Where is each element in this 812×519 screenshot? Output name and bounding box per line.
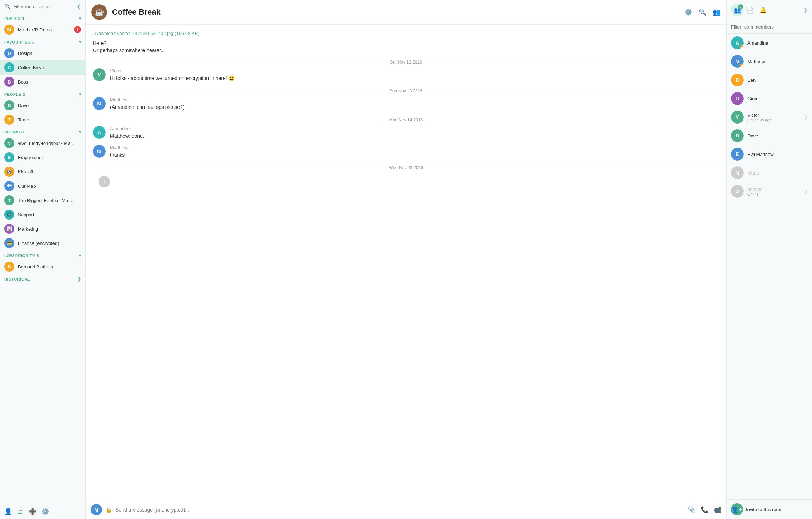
room-item-support[interactable]: 🎧 Support (0, 207, 85, 222)
room-avatar: V (4, 138, 14, 148)
section-header-rooms[interactable]: ROOMS8▾ (0, 127, 85, 136)
message-text: Here? (93, 40, 106, 46)
members-tab[interactable]: 👥 9 (731, 4, 744, 16)
section-label: ROOMS (4, 130, 20, 134)
notifications-tab-icon: 🔔 (760, 7, 767, 14)
right-tabs: 👥 9 📄 🔔 (731, 4, 801, 16)
room-item-marketing[interactable]: 📊 Marketing (0, 222, 85, 236)
member-item-giom[interactable]: G Giom (727, 89, 812, 108)
settings-icon[interactable]: ⚙️ (684, 8, 692, 16)
chevron-icon: ▾ (79, 40, 81, 45)
room-item-coffee-break[interactable]: C Coffee Break (0, 60, 85, 75)
people-icon[interactable]: 👤 (4, 508, 12, 515)
folder-icon[interactable]: 🗂 (17, 508, 24, 515)
member-name: Amandine (747, 40, 808, 46)
message-group: V Victor Hi folks - about time we turned… (93, 68, 719, 82)
member-item-amandine[interactable]: A ★ Amandine (727, 34, 812, 52)
settings-icon[interactable]: ⚙️ (41, 508, 49, 515)
input-icons: 📎 📞 📹 (688, 506, 721, 514)
right-sidebar-collapse-button[interactable]: ❯ (803, 7, 808, 13)
msg-sender: Amandine (110, 126, 719, 131)
member-name: Ben (747, 77, 808, 83)
member-item-dave[interactable]: D Dave (727, 126, 812, 145)
room-item-vrvc[interactable]: V vrvc_ruddy-longspur - Ma... (0, 136, 85, 150)
section-header-low-priority[interactable]: LOW PRIORITY3▾ (0, 250, 85, 260)
room-avatar: D (4, 100, 14, 110)
room-name: Ben and 2 others (18, 264, 53, 269)
member-avatar: E (731, 148, 744, 161)
attachment-icon[interactable]: 📎 (688, 506, 696, 514)
room-item-finance[interactable]: 💳 Finance (encrypted) (0, 236, 85, 250)
download-link[interactable]: ↓Download vector_1474280631432.jpg (165.… (93, 31, 200, 36)
room-avatar: D (4, 48, 14, 58)
chevron-icon: ▾ (79, 130, 81, 135)
phone-icon[interactable]: 📞 (701, 506, 708, 514)
room-avatar: 🎧 (4, 210, 14, 220)
msg-avatar: V (93, 68, 106, 81)
chat-input-area: M 🔒 📎 📞 📹 (86, 500, 726, 519)
notifications-tab[interactable]: 🔔 (757, 4, 770, 16)
member-item-matthew[interactable]: M ★ Matthew (727, 52, 812, 71)
room-item-empty-room[interactable]: E Empty room (0, 150, 85, 165)
chevron-icon: ▾ (79, 253, 81, 258)
message-group: A Amandine Matthew: done. (93, 126, 719, 140)
search-icon[interactable]: 🔍 (698, 8, 706, 16)
section-header-invites[interactable]: INVITES1▾ (0, 13, 85, 22)
room-item-ben-others[interactable]: B Ben and 2 others (0, 260, 85, 274)
member-name: Dave (747, 133, 808, 138)
room-item-dave[interactable]: D Dave (0, 98, 85, 112)
msg-content: Victor Hi folks - about time we turned o… (110, 68, 719, 82)
room-item-our-map[interactable]: 🗺 Our Map (0, 179, 85, 193)
room-item-kick-off[interactable]: ⚽ Kick-off (0, 165, 85, 179)
room-avatar: T (4, 195, 14, 205)
section-label: FAVOURITES (4, 40, 31, 44)
section-header-historical[interactable]: HISTORICAL❯ (0, 274, 85, 283)
member-name: Matthew (747, 59, 808, 64)
members-filter-input[interactable] (731, 24, 808, 30)
room-name: Our Map (18, 183, 36, 189)
room-name: Marketing (18, 226, 38, 232)
badge: 1 (74, 26, 81, 33)
room-name: Kick-off (18, 169, 33, 175)
member-item-victor[interactable]: V Victor Offline 0s ago ❯ (727, 108, 812, 126)
scroll-down-button[interactable]: ↓ (99, 176, 110, 187)
add-icon[interactable]: ➕ (29, 508, 36, 515)
member-avatar: D (731, 129, 744, 142)
members-icon[interactable]: 👥 (713, 8, 721, 16)
msg-text: (Amandine, can haz ops please?) (110, 104, 719, 111)
room-name: Design (18, 51, 32, 56)
member-info: Victor Offline 0s ago (747, 112, 801, 122)
section-count: 3 (32, 40, 35, 44)
search-input[interactable] (13, 4, 74, 9)
message-group: M Matthew thanks (93, 145, 719, 159)
member-item-manu[interactable]: M Manu (727, 163, 812, 182)
video-icon[interactable]: 📹 (713, 506, 721, 514)
member-avatar: O (731, 185, 744, 198)
notification-dot: 9 (738, 4, 743, 9)
room-item-team[interactable]: T Team! (0, 112, 85, 127)
room-item-biggest-football[interactable]: T The Biggest Football Matc... (0, 193, 85, 207)
section-header-favourites[interactable]: FAVOURITES3▾ (0, 37, 85, 46)
invite-label[interactable]: Invite to this room (746, 507, 783, 512)
room-item-matrix-vr-demo[interactable]: M Matrix VR Demo 1 (0, 22, 85, 37)
sidebar-right: 👥 9 📄 🔔 ❯ A ★ Amandine M ★ (726, 0, 812, 519)
sidebar-collapse-button[interactable]: ❮ (77, 4, 81, 9)
member-info: Ben (747, 77, 808, 83)
member-item-evil-matthew[interactable]: E Evil Matthew (727, 145, 812, 163)
chat-messages: ↓Download vector_1474280631432.jpg (165.… (86, 25, 726, 500)
section-header-people[interactable]: PEOPLE2▾ (0, 89, 85, 98)
room-item-design[interactable]: D Design (0, 46, 85, 60)
files-tab[interactable]: 📄 (744, 4, 757, 16)
member-item-ben[interactable]: B Ben (727, 71, 812, 89)
msg-sender: Matthew (110, 97, 719, 102)
section-label: PEOPLE (4, 92, 21, 96)
date-label: Sun Nov 13 2016 (390, 89, 423, 94)
room-name: Boss (18, 79, 28, 85)
right-header: 👥 9 📄 🔔 ❯ (727, 0, 812, 20)
room-avatar: ☕ (91, 4, 107, 20)
message-input[interactable] (115, 507, 684, 513)
room-avatar: M (4, 25, 14, 35)
sidebar-list: INVITES1▾ M Matrix VR Demo 1 FAVOURITES3… (0, 13, 85, 504)
room-item-boss[interactable]: B Boss (0, 75, 85, 89)
member-item-oddvar[interactable]: O oddvar Offline ❯ (727, 182, 812, 201)
